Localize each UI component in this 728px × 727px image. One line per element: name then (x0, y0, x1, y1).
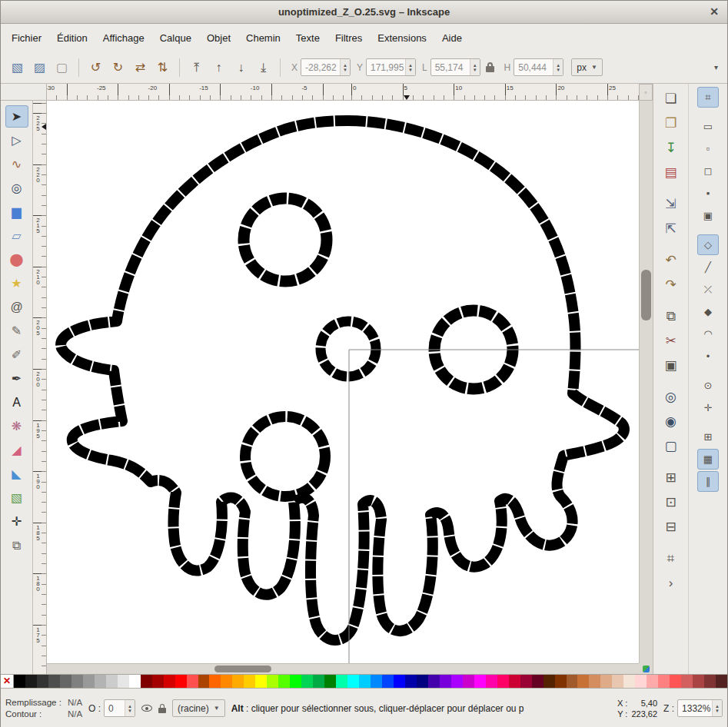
menu-calque[interactable]: Calque (152, 28, 199, 48)
canvas[interactable] (47, 101, 639, 663)
palette-swatch[interactable] (347, 675, 359, 688)
menu-affichage[interactable]: Affichage (95, 28, 152, 48)
horizontal-ruler[interactable]: -30-25-20-15-10-50510152025 (47, 84, 639, 101)
drawing-circle-top-left[interactable] (244, 198, 327, 281)
import-icon[interactable]: ⇲ (658, 192, 684, 216)
ruler-end-button[interactable]: ▫ (639, 84, 653, 101)
rotate-ccw-button[interactable]: ↺ (85, 57, 106, 78)
fill-stroke-indicator[interactable]: Remplissage : N/A Contour : N/A (5, 698, 82, 719)
snap-object-centers-toggle[interactable]: ⊙ (697, 375, 719, 396)
spinner-arrows-icon[interactable]: ▲▼ (340, 59, 350, 75)
deselect-button[interactable]: ▢ (52, 57, 72, 78)
zoom-page-icon[interactable]: ▢ (658, 434, 684, 458)
cut-icon[interactable]: ✂ (658, 329, 684, 353)
palette-swatch[interactable] (440, 675, 451, 688)
snap-intersections-toggle[interactable]: ⤫ (697, 279, 719, 300)
palette-swatch[interactable] (509, 675, 520, 688)
snap-cusp-nodes-toggle[interactable]: ◆ (697, 301, 719, 322)
palette-swatch[interactable] (60, 675, 71, 688)
menu-edition[interactable]: Édition (49, 28, 95, 48)
unlink-clone-icon[interactable]: ⊟ (658, 515, 684, 539)
palette-swatch[interactable] (164, 675, 175, 688)
palette-swatch[interactable] (486, 675, 497, 688)
palette-swatch[interactable] (209, 675, 221, 688)
zoom-tool[interactable]: ◎ (5, 177, 28, 199)
spinner-arrows-icon[interactable]: ▲▼ (470, 59, 480, 75)
menu-extensions[interactable]: Extensions (370, 28, 434, 48)
select-all-layers-button[interactable]: ▨ (29, 57, 50, 78)
palette-swatch[interactable] (25, 675, 37, 688)
zoom-value[interactable]: 1332% (678, 700, 712, 716)
palette-swatch[interactable] (187, 675, 198, 688)
node-tool[interactable]: ▷ (5, 129, 28, 151)
copy-icon[interactable]: ⧉ (658, 304, 684, 328)
menu-aide[interactable]: Aide (434, 28, 470, 48)
horizontal-scrollbar[interactable] (47, 663, 639, 674)
snap-paths-toggle[interactable]: ╱ (697, 257, 719, 277)
selector-tool[interactable]: ➤ (5, 105, 28, 128)
palette-swatch[interactable] (48, 675, 60, 688)
rectangle-tool[interactable]: ▆ (5, 201, 28, 223)
star-tool[interactable]: ★ (5, 272, 28, 294)
menu-fichier[interactable]: Fichier (4, 28, 49, 48)
drawing-circle-center-small[interactable] (321, 321, 376, 377)
palette-swatch[interactable] (417, 675, 428, 688)
palette-swatch[interactable] (589, 675, 600, 688)
palette-swatch[interactable] (336, 675, 347, 688)
palette-swatch[interactable] (221, 675, 232, 688)
y-field-value[interactable]: 171,995 (367, 59, 405, 75)
lower-button[interactable]: ↓ (231, 57, 251, 78)
spinner-arrows-icon[interactable]: ▲▼ (125, 700, 135, 716)
palette-swatch[interactable] (612, 675, 623, 688)
new-document-icon[interactable]: ❏ (658, 87, 684, 111)
palette-swatch[interactable] (232, 675, 244, 688)
palette-swatch[interactable] (555, 675, 567, 688)
calligraphy-tool[interactable]: ✒ (5, 367, 28, 390)
spinner-arrows-icon[interactable]: ▲▼ (405, 59, 415, 75)
spray-tool[interactable]: ❋ (5, 415, 28, 437)
zoom-drawing-icon[interactable]: ◉ (658, 410, 684, 433)
toolbar-overflow-icon[interactable]: ▾ (711, 60, 721, 75)
drawing-circle-bottom-left[interactable] (245, 417, 325, 496)
palette-swatch[interactable] (129, 675, 141, 688)
palette-swatch[interactable] (532, 675, 544, 688)
palette-swatch[interactable] (497, 675, 509, 688)
palette-swatch[interactable] (647, 675, 658, 688)
close-icon[interactable]: ✕ (710, 5, 719, 18)
more-commands-icon[interactable]: › (658, 571, 684, 595)
palette-swatch[interactable] (681, 675, 693, 688)
snap-bounding-box-toggle[interactable]: ▭ (697, 116, 719, 137)
palette-swatch[interactable] (451, 675, 463, 688)
palette-swatch[interactable] (474, 675, 486, 688)
select-all-button[interactable]: ▧ (7, 57, 28, 78)
palette-swatch[interactable] (175, 675, 187, 688)
flip-vertical-button[interactable]: ⇅ (152, 57, 173, 78)
palette-swatch[interactable] (382, 675, 394, 688)
snap-rotation-centers-toggle[interactable]: ✛ (697, 397, 719, 418)
palette-swatch[interactable] (255, 675, 267, 688)
layer-dropdown[interactable]: (racine) ▼ (172, 699, 225, 717)
palette-swatch[interactable] (520, 675, 532, 688)
palette-swatch[interactable] (600, 675, 612, 688)
x-field-value[interactable]: -28,262 (301, 59, 340, 75)
palette-swatch[interactable] (635, 675, 647, 688)
menu-texte[interactable]: Texte (288, 28, 327, 48)
palette-none-swatch[interactable]: ✕ (1, 675, 14, 688)
bezier-tool[interactable]: ✐ (5, 344, 28, 366)
palette-swatch[interactable] (14, 675, 25, 688)
zoom-selection-icon[interactable]: ◎ (658, 385, 684, 409)
palette-swatch[interactable] (313, 675, 324, 688)
palette-swatch[interactable] (359, 675, 371, 688)
vertical-ruler[interactable]: 225220215210205200195190185180175 (33, 101, 47, 674)
rotate-cw-button[interactable]: ↻ (108, 57, 128, 78)
ellipse-tool[interactable]: ⬤ (5, 248, 28, 271)
spinner-arrows-icon[interactable]: ▲▼ (553, 59, 563, 75)
palette-swatch[interactable] (244, 675, 255, 688)
lower-to-bottom-button[interactable]: ⤓ (253, 57, 274, 78)
layer-lock-icon[interactable] (158, 704, 166, 713)
spinner-arrows-icon[interactable]: ▲▼ (712, 700, 722, 716)
palette-swatch[interactable] (301, 675, 313, 688)
palette-swatch[interactable] (704, 675, 716, 688)
palette-swatch[interactable] (37, 675, 48, 688)
flip-horizontal-button[interactable]: ⇄ (130, 57, 151, 78)
